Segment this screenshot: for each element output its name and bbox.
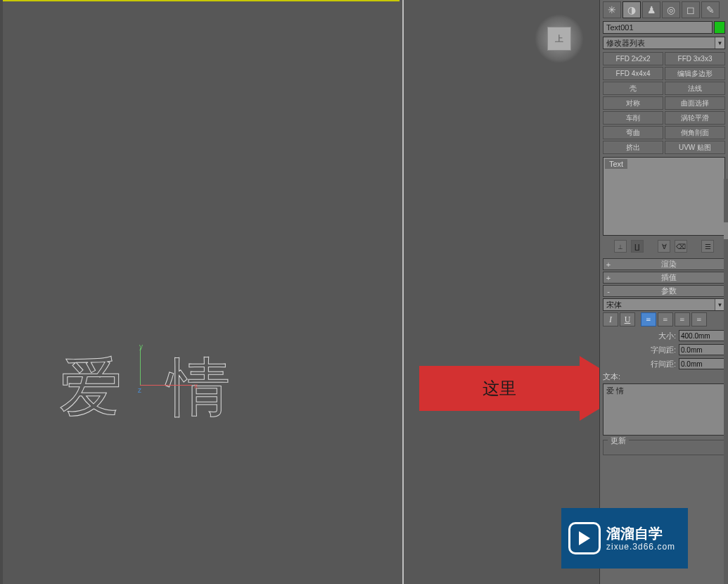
watermark-url: zixue.3d66.com [606, 542, 675, 552]
align-justify-button[interactable]: ≡ [691, 312, 707, 326]
object-name-input[interactable] [603, 21, 713, 34]
rollout-label: 渲染 [613, 259, 724, 269]
font-dropdown[interactable]: 宋体 ▼ [603, 298, 725, 311]
param-size-row: 大小: ▲▼ [603, 329, 725, 342]
tab-modify[interactable]: ◑ [622, 1, 641, 18]
align-right-button[interactable]: ≡ [675, 312, 690, 326]
align-center-button[interactable]: ≡ [658, 312, 673, 326]
viewport-divider[interactable] [402, 0, 404, 584]
modifier-list-label: 修改器列表 [604, 37, 715, 49]
tab-motion[interactable]: ◎ [662, 1, 680, 18]
mod-extrude[interactable]: 挤出 [603, 141, 663, 154]
configure-sets-icon[interactable]: ☰ [701, 240, 714, 253]
underline-button[interactable]: U [620, 312, 635, 326]
size-label: 大小: [658, 331, 676, 341]
text-style-row: I U ≡ ≡ ≡ ≡ [603, 312, 725, 326]
mod-uvw-map[interactable]: UVW 贴图 [665, 141, 725, 154]
viewport-active-border [3, 0, 400, 1]
viewcube-face-top[interactable]: 上 [547, 27, 571, 51]
stack-item-text[interactable]: Text [605, 159, 627, 169]
mod-normal[interactable]: 法线 [665, 82, 725, 95]
rollout-render[interactable]: + 渲染 [603, 258, 725, 270]
text-field-label: 文本: [603, 372, 725, 382]
mod-turbosmooth[interactable]: 涡轮平滑 [665, 111, 725, 125]
mod-edit-poly[interactable]: 编辑多边形 [665, 67, 725, 80]
mod-surface-select[interactable]: 曲面选择 [665, 96, 725, 110]
text-object[interactable]: 爱 情 [59, 345, 244, 431]
tab-create[interactable]: ✳ [603, 1, 621, 18]
mod-bevel-profile[interactable]: 倒角剖面 [665, 126, 725, 139]
command-panel: ✳ ◑ ♟ ◎ ◻ ✎ 修改器列表 ▼ FFD 2x2x2 FFD 3x3x3 … [599, 0, 728, 584]
tab-hierarchy[interactable]: ♟ [642, 1, 660, 18]
annotation-label: 这里 [419, 366, 580, 411]
show-end-result-icon[interactable]: ∐ [631, 240, 644, 253]
mod-ffd-2x2x2[interactable]: FFD 2x2x2 [603, 52, 663, 65]
chevron-down-icon[interactable]: ▼ [715, 299, 724, 310]
leading-input[interactable] [679, 358, 728, 369]
mod-lathe[interactable]: 车削 [603, 111, 663, 125]
text-content-input[interactable] [603, 383, 725, 436]
object-name-row [603, 21, 725, 34]
update-group: 更新 [603, 440, 725, 455]
align-left-button[interactable]: ≡ [641, 312, 656, 326]
param-leading-row: 行间距: ▲▼ [603, 357, 725, 370]
make-unique-icon[interactable]: ∀ [658, 240, 670, 253]
update-legend: 更新 [608, 436, 629, 446]
mod-ffd-3x3x3[interactable]: FFD 3x3x3 [665, 52, 725, 65]
modifier-stack[interactable]: Text [603, 157, 725, 236]
modifier-button-grid: FFD 2x2x2 FFD 3x3x3 FFD 4x4x4 编辑多边形 壳 法线… [603, 52, 725, 154]
param-kerning-row: 字间距: ▲▼ [603, 343, 725, 356]
rollout-toggle[interactable]: + [604, 274, 613, 282]
pin-stack-icon[interactable]: ⟂ [614, 240, 627, 253]
panel-tab-row: ✳ ◑ ♟ ◎ ◻ ✎ [603, 1, 725, 18]
kerning-input[interactable] [679, 344, 728, 355]
mod-bend[interactable]: 弯曲 [603, 126, 663, 139]
leading-label: 行间距: [651, 359, 676, 369]
leading-spinner[interactable]: ▲▼ [679, 358, 725, 369]
watermark: 溜溜自学 zixue.3d66.com [561, 508, 688, 569]
chevron-down-icon[interactable]: ▼ [715, 37, 724, 49]
object-color-swatch[interactable] [714, 21, 725, 34]
rollout-label: 插值 [613, 272, 724, 283]
rollout-parameters[interactable]: - 参数 [603, 285, 725, 297]
viewcube-ring[interactable]: 上 [535, 14, 584, 63]
panel-scrollbar[interactable] [724, 179, 728, 584]
viewport-left-border [0, 0, 3, 584]
tab-display[interactable]: ◻ [682, 1, 700, 18]
viewcube[interactable]: 上 [535, 14, 584, 63]
rollout-interpolation[interactable]: + 插值 [603, 272, 725, 284]
mod-shell[interactable]: 壳 [603, 82, 663, 95]
panel-scroll-thumb[interactable] [724, 222, 728, 239]
rollout-toggle[interactable]: - [604, 287, 613, 296]
rollout-label: 参数 [613, 286, 724, 296]
size-spinner[interactable]: ▲▼ [679, 330, 725, 341]
kerning-spinner[interactable]: ▲▼ [679, 344, 725, 355]
italic-button[interactable]: I [603, 312, 618, 326]
size-input[interactable] [679, 330, 728, 341]
remove-modifier-icon[interactable]: ⌫ [675, 240, 687, 253]
play-icon [568, 522, 601, 554]
viewport-area: 上 爱 情 y x z 这里 [0, 0, 599, 584]
rollout-toggle[interactable]: + [604, 260, 613, 269]
stack-toolbar: ⟂ ∐ ∀ ⌫ ☰ [603, 239, 725, 254]
modifier-list-dropdown[interactable]: 修改器列表 ▼ [603, 37, 725, 49]
font-name: 宋体 [604, 299, 715, 310]
kerning-label: 字间距: [651, 345, 676, 355]
mod-symmetry[interactable]: 对称 [603, 96, 663, 110]
mod-ffd-4x4x4[interactable]: FFD 4x4x4 [603, 67, 663, 80]
tab-utilities[interactable]: ✎ [701, 1, 720, 18]
watermark-title: 溜溜自学 [606, 525, 675, 542]
